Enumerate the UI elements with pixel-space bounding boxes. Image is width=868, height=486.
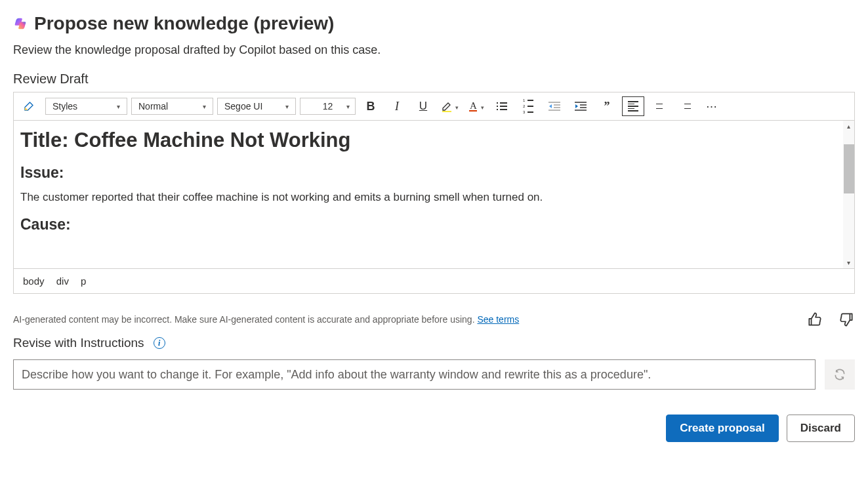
bold-button[interactable]: B <box>360 96 382 116</box>
element-path-bar[interactable]: body div p <box>14 268 854 293</box>
issue-text: The customer reported that their coffee … <box>20 191 848 204</box>
revise-label: Revise with Instructions <box>13 336 144 350</box>
indent-button[interactable] <box>569 96 592 116</box>
editor-toolbar: Styles ▾ Normal ▾ Segoe UI ▾ 12 ▾ B I U … <box>14 92 854 121</box>
see-terms-link[interactable]: See terms <box>477 314 519 325</box>
more-tools-button[interactable]: ⋯ <box>701 96 723 116</box>
bullet-list-button[interactable] <box>491 96 513 116</box>
info-icon[interactable]: i <box>154 337 165 349</box>
font-color-button[interactable]: A▾ <box>465 96 487 116</box>
chevron-down-icon: ▾ <box>203 103 206 110</box>
editor-scrollbar[interactable]: ▴ ▾ <box>843 121 854 268</box>
refresh-icon <box>833 368 846 381</box>
italic-button[interactable]: I <box>386 96 408 116</box>
svg-rect-0 <box>442 111 451 112</box>
font-size-dropdown[interactable]: 12 ▾ <box>300 98 356 115</box>
highlight-color-button[interactable]: ▾ <box>438 96 461 116</box>
path-body[interactable]: body <box>23 275 45 287</box>
blockquote-button[interactable]: ” <box>596 96 618 116</box>
format-painter-icon[interactable] <box>19 96 41 116</box>
review-draft-label: Review Draft <box>13 71 855 87</box>
page-title: Propose new knowledge (preview) <box>34 13 334 34</box>
font-size-value: 12 <box>323 101 333 111</box>
paragraph-format-label: Normal <box>138 101 168 111</box>
cause-heading: Cause: <box>20 216 848 233</box>
chevron-down-icon: ▾ <box>285 103 289 110</box>
align-left-button[interactable] <box>622 96 644 116</box>
align-right-button[interactable] <box>674 96 697 116</box>
thumbs-down-icon[interactable] <box>838 311 855 328</box>
page-subtitle: Review the knowledge proposal drafted by… <box>13 43 855 57</box>
chevron-down-icon: ▾ <box>455 104 459 111</box>
align-center-button[interactable] <box>648 96 671 116</box>
ai-disclaimer: AI-generated content may be incorrect. M… <box>13 314 519 325</box>
thumbs-up-icon[interactable] <box>806 311 823 328</box>
editor-content[interactable]: Title: Coffee Machine Not Working Issue:… <box>14 121 854 268</box>
underline-button[interactable]: U <box>412 96 434 116</box>
numbered-list-button[interactable]: 123 <box>517 96 539 116</box>
copilot-logo-icon <box>13 16 28 31</box>
paragraph-format-dropdown[interactable]: Normal ▾ <box>131 98 213 115</box>
styles-dropdown-label: Styles <box>52 101 77 111</box>
font-family-label: Segoe UI <box>224 101 262 111</box>
ai-disclaimer-text: AI-generated content may be incorrect. M… <box>13 314 477 325</box>
discard-button[interactable]: Discard <box>787 415 855 442</box>
path-div[interactable]: div <box>56 275 69 287</box>
create-proposal-button[interactable]: Create proposal <box>666 415 778 442</box>
chevron-down-icon: ▾ <box>346 103 350 110</box>
scroll-up-arrow-icon[interactable]: ▴ <box>847 121 850 132</box>
scroll-thumb[interactable] <box>844 144 854 193</box>
svg-rect-2 <box>469 110 477 111</box>
article-title: Title: Coffee Machine Not Working <box>20 129 848 152</box>
svg-text:A: A <box>470 100 477 111</box>
regenerate-button[interactable] <box>825 359 855 390</box>
styles-dropdown[interactable]: Styles ▾ <box>45 98 127 115</box>
font-family-dropdown[interactable]: Segoe UI ▾ <box>217 98 296 115</box>
scroll-down-arrow-icon[interactable]: ▾ <box>847 257 850 268</box>
issue-heading: Issue: <box>20 164 848 182</box>
revise-instructions-input[interactable] <box>13 359 816 390</box>
outdent-button[interactable] <box>543 96 566 116</box>
chevron-down-icon: ▾ <box>117 103 120 110</box>
chevron-down-icon: ▾ <box>481 104 484 111</box>
path-p[interactable]: p <box>81 275 86 287</box>
rich-text-editor: Styles ▾ Normal ▾ Segoe UI ▾ 12 ▾ B I U … <box>13 92 855 294</box>
